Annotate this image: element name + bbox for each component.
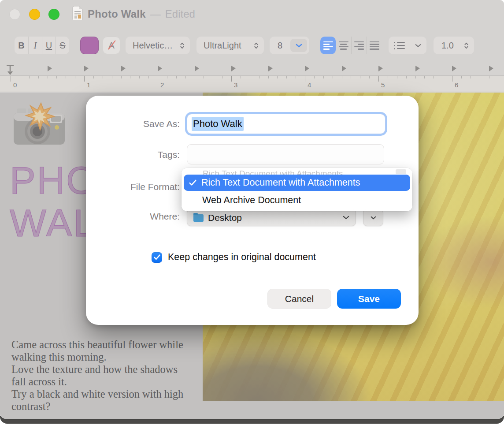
tab-stop-marker[interactable]: [268, 66, 273, 71]
ruler-minor-tick: [48, 76, 48, 78]
close-button[interactable]: [9, 9, 20, 20]
font-size-dropdown-button[interactable]: [290, 39, 307, 52]
italic-button[interactable]: I: [28, 37, 42, 54]
ruler-minor-tick: [268, 76, 269, 78]
tab-stop-marker[interactable]: [415, 66, 420, 71]
ruler-minor-tick: [195, 76, 195, 78]
align-right-icon: [354, 41, 364, 50]
ruler-minor-tick: [277, 76, 278, 78]
ruler-minor-tick: [130, 76, 130, 78]
chevron-down-icon: [343, 216, 349, 220]
where-select[interactable]: Desktop: [187, 209, 356, 226]
ruler-minor-tick: [250, 76, 250, 78]
bold-button[interactable]: B: [15, 37, 28, 54]
ruler-minor-tick: [213, 76, 213, 78]
align-center-button[interactable]: [336, 37, 351, 54]
title-bar: Photo Walk — Edited: [0, 0, 504, 28]
align-left-icon: [323, 41, 333, 50]
ruler[interactable]: 0123456: [0, 62, 504, 92]
tab-stop-marker[interactable]: [305, 66, 309, 71]
align-left-button[interactable]: [320, 37, 336, 54]
font-family-select[interactable]: Helvetic…: [126, 37, 190, 54]
textedit-window: Photo Walk — Edited B I U S A Helvetic… …: [0, 0, 504, 419]
tab-stop-marker[interactable]: [195, 66, 199, 71]
ruler-minor-tick: [222, 76, 222, 78]
ruler-minor-tick: [29, 76, 30, 78]
file-format-menu: Rich Text Document with Attachments Rich…: [182, 168, 412, 211]
ruler-inch-label: 4: [308, 81, 311, 89]
title-separator: —: [150, 8, 161, 20]
ruler-minor-tick: [121, 76, 122, 78]
tab-stop-marker[interactable]: [84, 66, 89, 71]
tab-stop-marker[interactable]: [48, 66, 52, 71]
align-justify-button[interactable]: [367, 37, 382, 54]
ruler-inch-label: 1: [87, 81, 90, 89]
ruler-minor-tick: [204, 76, 204, 78]
strikethrough-button[interactable]: S: [56, 37, 69, 54]
ruler-minor-tick: [461, 76, 462, 78]
list-style-select[interactable]: [389, 37, 426, 54]
ruler-minor-tick: [351, 76, 351, 78]
ruler-minor-tick: [112, 76, 112, 78]
edited-status: Edited: [165, 8, 195, 20]
text-style-group: B I U S: [15, 37, 69, 54]
ruler-minor-tick: [139, 76, 140, 78]
font-family-value: Helvetic…: [133, 41, 173, 51]
ruler-minor-tick: [93, 76, 94, 78]
text-color-well[interactable]: [80, 37, 99, 54]
tab-stop-marker[interactable]: [231, 66, 236, 71]
expand-browser-button[interactable]: [363, 209, 383, 226]
ruler-minor-tick: [56, 76, 57, 78]
tab-stop-marker[interactable]: [121, 66, 126, 71]
tab-stop-marker[interactable]: [489, 66, 493, 71]
ruler-major-tick: [378, 76, 379, 82]
minimize-button[interactable]: [29, 9, 40, 20]
ruler-minor-tick: [103, 76, 103, 78]
window-title: Photo Walk: [88, 8, 146, 20]
up-down-chevron-icon: [180, 42, 185, 49]
ruler-minor-tick: [397, 76, 397, 78]
font-size-select[interactable]: 8: [270, 37, 309, 54]
cancel-button[interactable]: Cancel: [267, 289, 331, 309]
keep-changes-row: Keep changes in original document: [152, 252, 316, 263]
save-as-input[interactable]: Photo Walk: [187, 114, 385, 134]
ruler-inch-label: 3: [234, 81, 237, 89]
underline-button[interactable]: U: [42, 37, 56, 54]
ruler-minor-tick: [480, 76, 480, 78]
folder-icon: [193, 214, 204, 222]
ruler-marks: 0123456: [0, 62, 504, 92]
where-label: Where:: [86, 211, 180, 222]
note-paragraph: Came across this beautiful flower while …: [11, 339, 194, 363]
note-paragraph: Try a black and white version with high …: [11, 388, 194, 413]
align-right-button[interactable]: [351, 37, 367, 54]
ruler-minor-tick: [498, 76, 498, 78]
tab-stop-marker[interactable]: [378, 66, 383, 71]
ruler-minor-tick: [406, 76, 407, 78]
ruler-inch-label: 2: [160, 81, 164, 89]
ruler-major-tick: [452, 76, 452, 82]
no-highlight-button[interactable]: A: [103, 37, 120, 54]
tab-stop-marker[interactable]: [342, 66, 346, 71]
ruler-minor-tick: [259, 76, 259, 78]
ruler-minor-tick: [176, 76, 177, 78]
chevron-down-icon: [371, 216, 376, 220]
font-weight-select[interactable]: UltraLight: [196, 37, 264, 54]
tags-input[interactable]: [187, 144, 384, 164]
document-notes: Came across this beautiful flower while …: [11, 339, 194, 413]
fullscreen-button[interactable]: [48, 9, 59, 20]
camera-clipart: [11, 98, 67, 152]
ruler-minor-tick: [415, 76, 416, 78]
ruler-inch-label: 6: [455, 81, 458, 89]
keep-changes-checkbox[interactable]: [152, 252, 162, 263]
checkmark-icon: [189, 179, 197, 186]
menu-item-rich-text[interactable]: Rich Text Document with Attachments: [184, 175, 410, 191]
ruler-minor-tick: [388, 76, 388, 78]
line-spacing-stepper[interactable]: 1.0: [434, 37, 474, 54]
save-button[interactable]: Save: [337, 289, 401, 309]
ruler-minor-tick: [241, 76, 241, 78]
menu-item-web-archive[interactable]: Web Archive Document: [182, 191, 412, 208]
tab-stop-marker[interactable]: [158, 66, 162, 71]
ruler-minor-tick: [323, 76, 324, 78]
slashed-a-icon: A: [108, 40, 115, 51]
tab-stop-marker[interactable]: [452, 66, 456, 71]
